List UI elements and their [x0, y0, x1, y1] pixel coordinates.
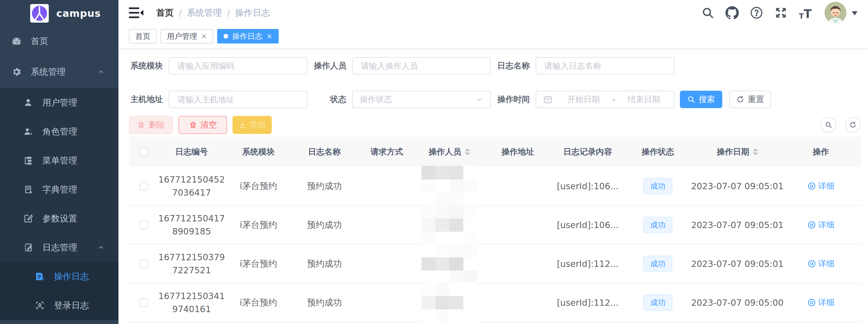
sidebar-item-label: 用户管理 — [42, 97, 77, 109]
table-refresh-icon[interactable] — [845, 117, 861, 133]
col-date-label: 操作日期 — [717, 146, 749, 157]
module: i茅台预约 — [225, 219, 292, 231]
log-id: 1677121504527036417 — [158, 173, 225, 199]
sort-icon[interactable] — [465, 148, 470, 156]
tab-home[interactable]: 首页 — [129, 29, 157, 43]
delete-button[interactable]: 删除 — [129, 116, 173, 134]
detail-link[interactable]: 详细 — [807, 258, 835, 269]
reset-button[interactable]: 重置 — [729, 91, 771, 108]
logname-label: 日志名称 — [496, 60, 530, 71]
log-content: [userId]:112... — [554, 298, 622, 308]
clear-button-label: 清空 — [200, 119, 217, 131]
close-icon[interactable]: × — [267, 32, 272, 40]
log-name: 预约成功 — [292, 258, 357, 270]
sidebar-item-operation-log[interactable]: 操作日志 — [0, 262, 119, 291]
module-input[interactable] — [169, 57, 307, 74]
row-checkbox[interactable] — [140, 298, 148, 307]
tab-label: 首页 — [135, 31, 150, 41]
logname-input[interactable] — [536, 57, 674, 74]
select-all-checkbox[interactable] — [140, 147, 148, 156]
breadcrumb-home[interactable]: 首页 — [156, 7, 174, 19]
export-button[interactable]: 导出 — [232, 116, 272, 134]
detail-link[interactable]: 详细 — [807, 181, 835, 191]
log-content: [userId]:106... — [554, 220, 622, 230]
operator-input[interactable] — [352, 57, 491, 74]
sidebar-item-label: 系统管理 — [31, 66, 66, 78]
action-row: 删除 清空 导出 — [129, 116, 861, 134]
sidebar-item-label: 参数设置 — [42, 213, 77, 225]
host-input[interactable] — [169, 91, 307, 108]
host-label: 主机地址 — [129, 94, 163, 105]
col-operator[interactable]: 操作人员 — [416, 146, 482, 157]
operation-log-icon — [34, 271, 45, 282]
font-size-icon[interactable]: TT — [798, 6, 812, 20]
sidebar-item-home[interactable]: 首页 — [0, 27, 119, 56]
sidebar-item-menus[interactable]: 菜单管理 — [0, 146, 119, 175]
table-header: 日志编号 系统模块 日志名称 请求方式 操作人员 操作地址 日志记录内容 操作状… — [129, 137, 861, 167]
brand-header[interactable]: campus — [0, 0, 119, 27]
app-root: campus 首页 系统管理 — [0, 0, 868, 324]
col-address: 操作地址 — [482, 146, 554, 157]
detail-link-label: 详细 — [818, 297, 835, 308]
sidebar-item-roles[interactable]: 角色管理 — [0, 117, 119, 146]
collapse-menu-icon[interactable] — [129, 6, 144, 19]
tags-bar: 首页 用户管理 × 操作日志 × — [119, 26, 868, 49]
search-button-label: 搜索 — [699, 94, 715, 105]
col-date[interactable]: 操作日期 — [694, 146, 781, 157]
breadcrumb-separator: / — [179, 8, 182, 18]
search-icon[interactable] — [701, 6, 715, 20]
log-submenu: 操作日志 登录日志 — [0, 262, 119, 320]
sidebar-item-logs[interactable]: 日志管理 — [0, 233, 119, 262]
search-button[interactable]: 搜索 — [680, 91, 722, 108]
fullscreen-icon[interactable] — [774, 6, 788, 20]
sidebar-item-login-log[interactable]: 登录日志 — [0, 291, 119, 320]
status-badge: 成功 — [643, 256, 672, 272]
y-logo-icon — [30, 4, 49, 23]
table-search-toggle-icon[interactable] — [821, 117, 836, 133]
time-label: 操作时间 — [496, 94, 530, 105]
avatar[interactable] — [825, 2, 846, 24]
dropdown-caret-icon[interactable] — [852, 11, 858, 18]
operator-label: 操作人员 — [313, 60, 346, 71]
table-row: 1677121503797227521 i茅台预约 预约成功 [userId]:… — [129, 245, 861, 283]
dictionary-book-icon — [23, 184, 34, 195]
eye-icon — [807, 298, 816, 307]
tab-operation-log[interactable]: 操作日志 × — [217, 29, 279, 43]
status-select[interactable]: 操作状态 — [352, 91, 491, 108]
help-icon[interactable] — [749, 6, 764, 20]
log-date: 2023-07-07 09:05:01 — [694, 259, 781, 269]
close-icon[interactable]: × — [201, 32, 207, 40]
redacted-blur — [422, 166, 477, 206]
sidebar-item-system[interactable]: 系统管理 — [0, 56, 119, 88]
detail-link[interactable]: 详细 — [807, 219, 835, 230]
detail-link-label: 详细 — [818, 181, 835, 191]
detail-link[interactable]: 详细 — [807, 297, 835, 308]
date-range-picker[interactable]: 开始日期 - 结束日期 — [536, 91, 674, 108]
status-badge: 成功 — [643, 294, 672, 311]
sidebar-item-users[interactable]: 用户管理 — [0, 88, 119, 117]
redacted-blur — [422, 205, 477, 245]
row-checkbox[interactable] — [140, 259, 148, 268]
end-date-placeholder[interactable]: 结束日期 — [621, 94, 667, 105]
tab-user-management[interactable]: 用户管理 × — [160, 29, 213, 43]
users-icon — [23, 126, 34, 137]
breadcrumb-system[interactable]: 系统管理 — [187, 7, 222, 19]
sort-icon[interactable] — [753, 148, 758, 156]
sidebar-item-dictionary[interactable]: 字典管理 — [0, 175, 119, 204]
table-header-row: 日志编号 系统模块 日志名称 请求方式 操作人员 操作地址 日志记录内容 操作状… — [129, 137, 861, 167]
font-size-small-glyph: T — [799, 13, 804, 20]
col-module: 系统模块 — [225, 146, 292, 157]
row-checkbox[interactable] — [140, 182, 148, 190]
sidebar-item-label: 操作日志 — [54, 271, 89, 283]
row-checkbox[interactable] — [140, 220, 148, 229]
github-icon[interactable] — [725, 6, 739, 20]
export-button-label: 导出 — [250, 119, 266, 131]
start-date-placeholder[interactable]: 开始日期 — [561, 94, 607, 105]
operator-redacted — [416, 282, 482, 323]
log-name: 预约成功 — [292, 180, 357, 192]
clear-button[interactable]: 清空 — [179, 116, 227, 134]
gear-icon — [11, 66, 22, 77]
sidebar-item-parameters[interactable]: 参数设置 — [0, 204, 119, 233]
log-content: [userId]:112... — [554, 259, 622, 269]
sidebar-item-label: 首页 — [31, 35, 48, 47]
